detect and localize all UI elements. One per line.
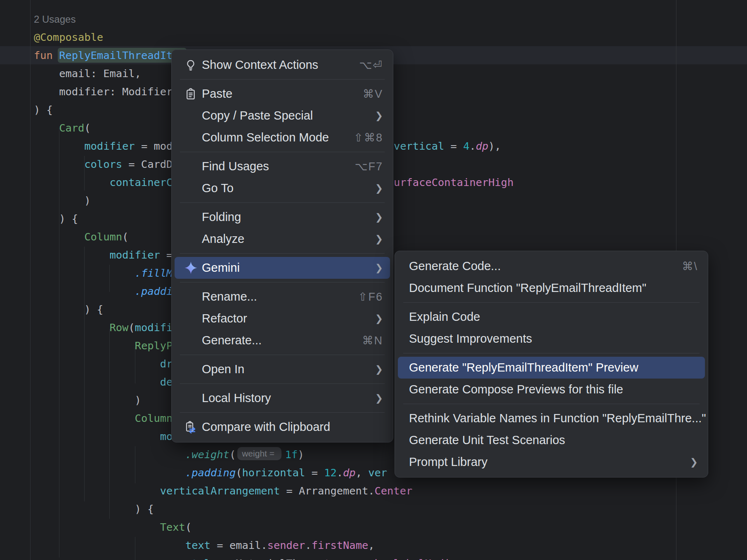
code-line[interactable]: modifier = (34, 246, 173, 264)
code-token (34, 539, 185, 551)
code-token (34, 412, 135, 424)
code-token: Arrangement (299, 485, 368, 497)
code-line[interactable]: urfaceContainerHigh (394, 173, 513, 191)
menu-item-open-in[interactable]: Open In❯ (175, 358, 390, 380)
code-line[interactable]: modifier: Modifier (34, 82, 173, 101)
code-line[interactable]: Text( (34, 518, 191, 536)
code-line[interactable]: de (34, 373, 173, 391)
menu-item-label: Paste (202, 87, 232, 101)
code-line[interactable]: ) { (34, 500, 154, 518)
code-token: . (261, 539, 267, 551)
menu-item-label: Rename... (202, 290, 257, 304)
menu-separator (180, 152, 385, 152)
menu-item-refactor[interactable]: Refactor❯ (175, 308, 390, 329)
code-token: 4 (463, 140, 469, 152)
menu-item-generate-unit-test-scenarios[interactable]: Generate Unit Test Scenarios (398, 429, 705, 451)
menu-separator (180, 412, 385, 413)
code-token (34, 376, 160, 388)
menu-item-generate-compose-previews-for-this-file[interactable]: Generate Compose Previews for this file (398, 379, 705, 400)
shortcut-hint: ⇧F6 (346, 290, 383, 304)
menu-item-show-context-actions[interactable]: Show Context Actions⌥⏎ (175, 54, 390, 76)
menu-item-document-function-replyemailthreaditem[interactable]: Document Function "ReplyEmailThreadItem" (398, 277, 705, 299)
code-token: ) { (34, 104, 53, 116)
code-token: Column (135, 412, 173, 424)
code-line[interactable]: Row(modifi (34, 318, 173, 336)
menu-item-analyze[interactable]: Analyze❯ (175, 228, 390, 250)
code-token: . (387, 557, 393, 560)
menu-item-label: Analyze (202, 232, 244, 246)
code-token (34, 430, 160, 442)
menu-item-label: Copy / Paste Special (202, 109, 313, 122)
menu-item-label: Generate... (202, 334, 262, 347)
code-line[interactable]: .fillM (34, 264, 173, 282)
menu-item-generate-code[interactable]: Generate Code...⌘\ (398, 255, 705, 277)
code-line[interactable]: 2 Usages (34, 10, 76, 28)
menu-item-paste[interactable]: Paste⌘V (175, 83, 390, 105)
menu-item-go-to[interactable]: Go To❯ (175, 177, 390, 199)
code-token: email: Email, (34, 67, 141, 80)
code-line[interactable]: Column( (34, 228, 128, 246)
code-token (34, 485, 160, 497)
code-line[interactable]: containerC (34, 173, 173, 191)
menu-item-label: Generate Code... (409, 259, 501, 273)
code-token: , (356, 466, 369, 479)
menu-item-find-usages[interactable]: Find Usages⌥F7 (175, 155, 390, 177)
code-line[interactable]: text = email.sender.firstName, (34, 536, 375, 554)
menu-separator (180, 355, 385, 355)
code-line[interactable]: verticalArrangement = Arrangement.Center (34, 482, 412, 500)
code-token: ( (84, 122, 90, 134)
code-line[interactable]: Card( (34, 119, 91, 137)
code-line[interactable]: ) (34, 191, 91, 209)
menu-separator (403, 353, 700, 353)
code-token: dp (343, 466, 356, 479)
code-line[interactable]: ) { (34, 300, 103, 318)
shortcut-hint: ⌥F7 (342, 160, 383, 173)
chevron-right-icon: ❯ (363, 110, 383, 121)
code-token: Text (160, 521, 185, 533)
code-line[interactable]: Column (34, 409, 173, 427)
menu-item-copy-paste-special[interactable]: Copy / Paste Special❯ (175, 105, 390, 127)
code-line[interactable]: email: Email, (34, 64, 141, 82)
menu-item-compare-with-clipboard[interactable]: Compare with Clipboard (175, 416, 390, 438)
code-line[interactable]: ReplyP (34, 336, 173, 355)
clipboard-icon (181, 88, 200, 100)
code-token: firstName (312, 539, 369, 551)
code-line[interactable]: @Composable (34, 28, 103, 46)
code-line[interactable]: ) { (34, 101, 53, 119)
menu-item-label: Suggest Improvements (409, 332, 532, 346)
code-line[interactable]: .weight(weight = 1f) (34, 445, 304, 464)
menu-item-gemini[interactable]: Gemini❯ (175, 257, 390, 279)
code-token: colors (84, 158, 122, 170)
code-line[interactable]: .paddi (34, 282, 173, 300)
menu-item-label: Column Selection Mode (202, 131, 329, 144)
code-line[interactable]: dr (34, 355, 173, 373)
menu-item-rethink-variable-names-in-function-replyemailthre[interactable]: Rethink Variable Names in Function "Repl… (398, 407, 705, 429)
code-line[interactable]: modifier = mod (34, 137, 173, 155)
code-line[interactable]: vertical = 4.dp), (394, 137, 501, 155)
code-token (34, 339, 135, 352)
menu-item-local-history[interactable]: Local History❯ (175, 387, 390, 409)
menu-item-generate-replyemailthreaditem-preview[interactable]: Generate "ReplyEmailThreadItem" Preview (398, 357, 705, 379)
menu-item-rename[interactable]: Rename...⇧F6 (175, 286, 390, 308)
code-line[interactable]: .padding(horizontal = 12.dp, ver (34, 464, 387, 482)
code-line[interactable]: colors = CardD (34, 155, 173, 173)
menu-separator (180, 282, 385, 282)
menu-item-prompt-library[interactable]: Prompt Library❯ (398, 451, 705, 473)
code-line[interactable]: ) { (34, 209, 78, 228)
code-token: sender (267, 539, 305, 551)
menu-separator (180, 384, 385, 384)
code-token (34, 231, 84, 243)
code-line[interactable]: style = MaterialTheme.typography.labelMe… (34, 554, 463, 560)
menu-item-label: Prompt Library (409, 455, 487, 469)
menu-item-label: Open In (202, 362, 244, 376)
code-token: urfaceContainerHigh (394, 176, 513, 188)
menu-item-folding[interactable]: Folding❯ (175, 206, 390, 228)
menu-item-explain-code[interactable]: Explain Code (398, 306, 705, 328)
menu-item-suggest-improvements[interactable]: Suggest Improvements (398, 328, 705, 350)
code-line[interactable]: fun ReplyEmailThreadItem( (34, 46, 191, 64)
code-line[interactable]: ) (34, 391, 141, 409)
menu-item-generate[interactable]: Generate...⌘N (175, 329, 390, 351)
menu-item-column-selection-mode[interactable]: Column Selection Mode⇧⌘8 (175, 127, 390, 148)
code-line[interactable]: mo (34, 427, 173, 445)
code-token: fun (34, 49, 59, 61)
